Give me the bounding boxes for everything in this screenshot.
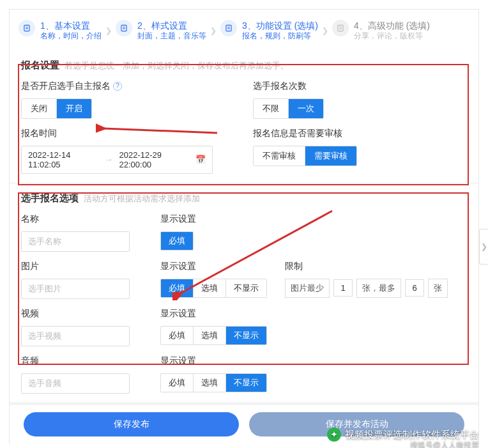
note-icon	[19, 20, 35, 36]
display-label: 显示设置	[160, 308, 267, 320]
section-hint: 若选手是您统一添加，则选择关闭，保存发布后再添加选手。	[65, 60, 289, 72]
reg-times-toggle[interactable]: 不限 一次	[253, 98, 324, 119]
step-title: 4、高级功能 (选填)	[354, 20, 430, 31]
watermark-sub: 搜狐号@人人微投票	[410, 440, 479, 448]
audit-no[interactable]: 不需审核	[254, 146, 305, 166]
watermark-title: 视频投票评选制作软件系统平台	[345, 429, 479, 441]
wechat-icon: ✦	[327, 428, 341, 442]
section-title: 选手报名选项	[21, 192, 79, 205]
optional-button[interactable]: 选填	[193, 279, 225, 297]
note-icon	[116, 20, 132, 36]
limit-end-label: 张	[428, 279, 448, 298]
step-features[interactable]: 3、功能设置 (选填) 报名，规则，防刷等	[220, 20, 318, 42]
reg-time-label: 报名时间	[21, 128, 235, 139]
step-title: 3、功能设置 (选填)	[242, 20, 318, 31]
required-button[interactable]: 必填	[161, 279, 193, 297]
field-audio-input[interactable]: 选手音频	[21, 373, 130, 394]
self-reg-toggle[interactable]: 关闭 开启	[21, 98, 92, 119]
step-sub: 名称，时间，介绍	[40, 31, 102, 42]
hidden-button[interactable]: 不显示	[225, 279, 266, 297]
limit-min-label: 图片最少	[285, 279, 330, 298]
step-sub: 封面，主题，音乐等	[137, 31, 206, 42]
chevron-right-icon: ❯	[210, 26, 217, 35]
required-button[interactable]: 必填	[161, 374, 193, 392]
registration-section: 报名设置 若选手是您统一添加，则选择关闭，保存发布后再添加选手。 是否开启选手自…	[10, 50, 478, 403]
self-reg-on[interactable]: 开启	[56, 99, 91, 118]
reg-times-label: 选手报名次数	[253, 81, 467, 92]
audit-yes[interactable]: 需要审核	[305, 146, 356, 166]
field-video-label: 视频	[21, 308, 142, 320]
limit-max-input[interactable]: 6	[405, 279, 424, 297]
step-sub: 分享，评论，版权等	[354, 31, 430, 42]
display-label: 显示设置	[160, 213, 196, 225]
reg-date-end: 2022-12-29 22:00:00	[119, 150, 190, 169]
save-publish-button[interactable]: 保存发布	[24, 412, 239, 436]
field-name-input[interactable]: 选手名称	[21, 231, 130, 252]
note-icon	[220, 20, 237, 36]
limit-label: 限制	[285, 261, 448, 272]
reg-times-once[interactable]: 一次	[288, 99, 323, 118]
reg-date-range[interactable]: 2022-12-14 11:02:05 → 2022-12-29 22:00:0…	[21, 146, 213, 174]
step-sub: 报名，规则，防刷等	[242, 31, 318, 42]
reg-times-unlimited[interactable]: 不限	[254, 99, 288, 118]
name-display[interactable]: 必填	[160, 231, 194, 251]
step-title: 1、基本设置	[40, 20, 102, 31]
display-label: 显示设置	[160, 355, 267, 367]
calendar-icon: 📅	[195, 155, 206, 164]
step-title: 2、样式设置	[137, 20, 206, 31]
step-style[interactable]: 2、样式设置 封面，主题，音乐等	[116, 20, 206, 42]
side-expand-tab[interactable]: ❯	[479, 229, 488, 265]
self-reg-off[interactable]: 关闭	[22, 99, 56, 118]
display-label: 显示设置	[160, 261, 267, 272]
section-hint: 活动方可根据活动需求选择添加	[84, 193, 200, 205]
chevron-right-icon: ❯	[105, 26, 112, 35]
pic-limit: 图片最少 1 张，最多 6 张	[285, 279, 448, 298]
pic-display[interactable]: 必填 选填 不显示	[160, 279, 267, 298]
required-button[interactable]: 必填	[161, 232, 193, 250]
hidden-button[interactable]: 不显示	[225, 327, 266, 344]
step-basic[interactable]: 1、基本设置 名称，时间，介绍	[19, 20, 102, 42]
note-icon	[332, 20, 349, 36]
field-pic-input[interactable]: 选手图片	[21, 279, 130, 299]
audit-label: 报名信息是否需要审核	[253, 128, 467, 139]
limit-mid-label: 张，最多	[356, 279, 401, 298]
chevron-right-icon: ❯	[322, 26, 328, 35]
wizard-steps: 1、基本设置 名称，时间，介绍 ❯ 2、样式设置 封面，主题，音乐等 ❯ 3、功…	[10, 10, 478, 50]
audio-display[interactable]: 必填 选填 不显示	[160, 373, 267, 392]
help-icon[interactable]: ?	[113, 82, 122, 91]
video-display[interactable]: 必填 选填 不显示	[160, 326, 267, 345]
optional-button[interactable]: 选填	[193, 374, 225, 392]
optional-button[interactable]: 选填	[193, 327, 225, 344]
field-audio-label: 音频	[21, 355, 142, 367]
field-name-label: 名称	[21, 213, 142, 225]
field-pic-label: 图片	[21, 261, 142, 272]
section-title: 报名设置	[21, 59, 59, 72]
audit-toggle[interactable]: 不需审核 需要审核	[253, 146, 357, 166]
field-video-input[interactable]: 选手视频	[21, 326, 130, 346]
limit-min-input[interactable]: 1	[333, 279, 353, 297]
hidden-button[interactable]: 不显示	[225, 374, 266, 392]
reg-date-start: 2022-12-14 11:02:05	[28, 150, 98, 169]
step-advanced[interactable]: 4、高级功能 (选填) 分享，评论，版权等	[332, 20, 430, 42]
required-button[interactable]: 必填	[161, 327, 193, 344]
arrow-right-icon: →	[105, 155, 113, 164]
self-reg-label: 是否开启选手自主报名 ?	[21, 81, 235, 92]
